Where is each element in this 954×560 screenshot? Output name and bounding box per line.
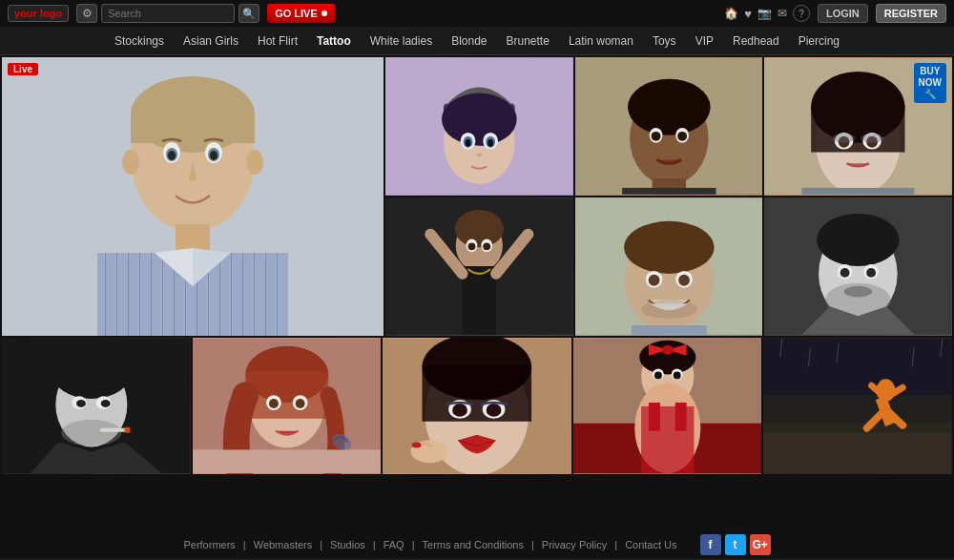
logo-your: your: [14, 8, 37, 19]
svg-point-69: [641, 300, 697, 319]
svg-point-82: [52, 346, 131, 399]
svg-rect-102: [423, 365, 532, 422]
svg-point-64: [624, 221, 714, 274]
svg-point-97: [295, 399, 304, 408]
svg-rect-98: [193, 449, 382, 473]
logo[interactable]: your logo: [8, 5, 69, 22]
nav-item-redhead[interactable]: Redhead: [733, 34, 779, 48]
thumb-brunette-glamour[interactable]: [383, 338, 571, 474]
svg-point-105: [452, 404, 467, 417]
footer-sep-4: |: [412, 539, 415, 550]
login-button[interactable]: LOGIN: [818, 4, 868, 23]
svg-point-30: [487, 139, 493, 147]
thumb-bw-man-model[interactable]: [764, 197, 952, 336]
settings-icon[interactable]: ⚙: [76, 4, 97, 23]
footer-performers[interactable]: Performers: [183, 539, 235, 550]
thumb-arms-up-woman[interactable]: [385, 197, 573, 336]
thumb-headphones-girl[interactable]: [385, 57, 573, 196]
facebook-button[interactable]: f: [700, 534, 721, 555]
footer-studios[interactable]: Studios: [330, 539, 365, 550]
nav-item-stockings[interactable]: Stockings: [114, 34, 164, 48]
svg-rect-126: [763, 395, 952, 433]
envelope-icon[interactable]: ✉: [778, 7, 787, 20]
svg-point-68: [678, 275, 690, 286]
thumb-dark-woman[interactable]: [575, 57, 763, 196]
svg-point-49: [833, 134, 856, 143]
film-icon[interactable]: 📷: [757, 7, 772, 20]
svg-rect-44: [812, 105, 905, 152]
svg-point-8: [168, 151, 176, 160]
header-icons: 🏠 ♥ 📷 ✉ ?: [724, 5, 810, 22]
svg-point-108: [412, 443, 422, 448]
footer-contact[interactable]: Contact Us: [625, 539, 676, 550]
svg-rect-3: [131, 114, 255, 143]
googleplus-button[interactable]: G+: [750, 534, 771, 555]
nav-item-vip[interactable]: VIP: [695, 34, 714, 48]
footer-sep-2: |: [320, 539, 322, 550]
featured-thumb[interactable]: Live: [2, 57, 384, 336]
help-icon[interactable]: ?: [793, 5, 810, 22]
svg-point-118: [674, 371, 681, 379]
svg-rect-51: [802, 188, 915, 195]
thumb-tattooed-redhead[interactable]: [193, 338, 382, 474]
svg-point-60: [468, 242, 476, 250]
nav-item-toys[interactable]: Toys: [653, 34, 676, 48]
footer-faq[interactable]: FAQ: [384, 539, 404, 550]
footer-social: f t G+: [700, 534, 771, 555]
nav-item-tattoo[interactable]: Tattoo: [317, 34, 351, 48]
register-button[interactable]: REGISTER: [876, 4, 946, 23]
header: your logo ⚙ 🔍 GO LIVE 🏠 ♥ 📷 ✉ ? LOGIN RE…: [0, 0, 954, 27]
nav-item-asian-girls[interactable]: Asian Girls: [183, 34, 238, 48]
svg-point-86: [76, 400, 86, 407]
buy-now-icon: 🔧: [924, 89, 936, 100]
buy-now-badge[interactable]: BUY NOW 🔧: [914, 63, 946, 103]
footer-privacy[interactable]: Privacy Policy: [542, 539, 607, 550]
svg-point-10: [122, 150, 139, 175]
thumb-smiling-man[interactable]: [575, 197, 763, 336]
search-area: ⚙ 🔍: [76, 4, 259, 23]
buy-now-line2: NOW: [919, 77, 942, 89]
nav-item-white-ladies[interactable]: White ladies: [370, 34, 432, 48]
svg-rect-88: [100, 428, 127, 432]
go-live-button[interactable]: GO LIVE: [267, 4, 335, 23]
nav-item-blonde[interactable]: Blonde: [451, 34, 487, 48]
nav-item-hot-flirt[interactable]: Hot Flirt: [258, 34, 298, 48]
svg-rect-122: [674, 403, 686, 431]
svg-point-114: [662, 345, 674, 355]
svg-point-29: [466, 139, 471, 147]
svg-point-9: [210, 151, 218, 160]
footer-sep-3: |: [373, 539, 376, 550]
search-button[interactable]: 🔍: [238, 4, 259, 23]
svg-point-79: [844, 286, 873, 298]
twitter-button[interactable]: t: [725, 534, 746, 555]
thumb-action-shot[interactable]: [763, 338, 952, 474]
svg-point-61: [483, 242, 490, 250]
header-right: 🏠 ♥ 📷 ✉ ? LOGIN REGISTER: [724, 4, 946, 23]
svg-point-78: [867, 268, 877, 278]
svg-point-83: [61, 420, 121, 446]
footer-sep-1: |: [243, 539, 246, 550]
svg-rect-121: [649, 403, 660, 431]
svg-rect-89: [124, 427, 130, 433]
footer-terms[interactable]: Terms and Conditions: [423, 539, 524, 550]
svg-point-34: [628, 79, 711, 135]
heart-icon[interactable]: ♥: [744, 7, 752, 21]
home-icon[interactable]: 🏠: [724, 7, 738, 20]
svg-point-50: [861, 134, 884, 143]
footer: Performers | Webmasters | Studios | FAQ …: [0, 531, 954, 558]
footer-webmasters[interactable]: Webmasters: [254, 539, 313, 550]
nav-item-latin-woman[interactable]: Latin woman: [569, 34, 633, 48]
svg-point-96: [269, 399, 279, 408]
nav-bar: Stockings Asian Girls Hot Flirt Tattoo W…: [0, 27, 954, 55]
thumb-red-lingerie-woman[interactable]: [573, 338, 762, 474]
thumb-buy-now-woman[interactable]: BUY NOW 🔧: [764, 57, 952, 196]
footer-sep-6: |: [614, 539, 617, 550]
svg-point-87: [101, 400, 111, 407]
svg-rect-70: [632, 325, 707, 335]
search-input[interactable]: [101, 4, 235, 23]
nav-item-piercing[interactable]: Piercing: [798, 34, 840, 48]
thumb-bw-man-cigarette[interactable]: [2, 338, 191, 474]
svg-point-38: [677, 132, 687, 141]
go-live-label: GO LIVE: [275, 8, 318, 19]
nav-item-brunette[interactable]: Brunette: [507, 34, 550, 48]
